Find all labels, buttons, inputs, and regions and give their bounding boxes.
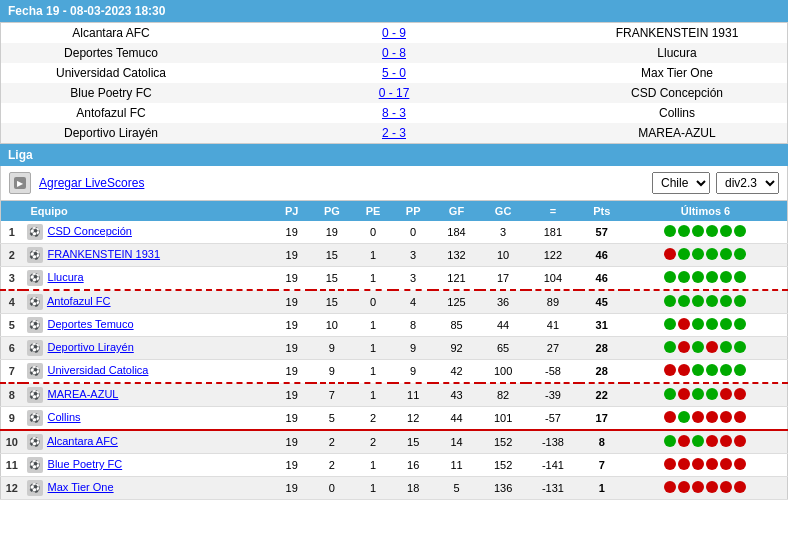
team-cell: ⚽ Max Tier One — [23, 477, 273, 500]
team-link[interactable]: Antofazul FC — [47, 295, 111, 307]
gc-cell: 17 — [480, 267, 527, 291]
standing-num: 10 — [1, 430, 23, 454]
match-home: Universidad Catolica — [1, 63, 221, 83]
match-score[interactable]: 2 - 3 — [221, 123, 567, 143]
pp-cell: 3 — [393, 267, 433, 291]
match-away: Max Tier One — [567, 63, 787, 83]
team-link[interactable]: Blue Poetry FC — [48, 458, 123, 470]
last6-cell — [624, 477, 788, 500]
team-link[interactable]: Max Tier One — [48, 481, 114, 493]
last6-cell — [624, 337, 788, 360]
match-score[interactable]: 8 - 3 — [221, 103, 567, 123]
team-link[interactable]: Collins — [48, 411, 81, 423]
result-dot — [720, 295, 732, 307]
result-dot — [706, 271, 718, 283]
result-dot — [664, 458, 676, 470]
header-title: Fecha 19 - 08-03-2023 18:30 — [8, 4, 165, 18]
team-icon: ⚽ — [27, 224, 43, 240]
pj-cell: 19 — [273, 267, 311, 291]
result-dot — [706, 295, 718, 307]
team-link[interactable]: CSD Concepción — [48, 225, 132, 237]
team-link[interactable]: Universidad Catolica — [48, 364, 149, 376]
team-link[interactable]: Alcantara AFC — [47, 435, 118, 447]
diff-cell: -138 — [526, 430, 579, 454]
team-icon: ⚽ — [27, 247, 43, 263]
liga-bar: Liga — [0, 144, 788, 166]
pp-cell: 11 — [393, 383, 433, 407]
add-livescores-link[interactable]: Agregar LiveScores — [39, 176, 144, 190]
result-dot — [664, 388, 676, 400]
result-dot — [692, 411, 704, 423]
diff-cell: 27 — [526, 337, 579, 360]
team-icon: ⚽ — [27, 340, 43, 356]
match-score[interactable]: 0 - 8 — [221, 43, 567, 63]
diff-cell: 89 — [526, 290, 579, 314]
result-dot — [692, 364, 704, 376]
pj-cell: 19 — [273, 407, 311, 431]
svg-text:▶: ▶ — [17, 179, 24, 188]
pp-cell: 12 — [393, 407, 433, 431]
match-score[interactable]: 5 - 0 — [221, 63, 567, 83]
gc-cell: 44 — [480, 314, 527, 337]
gf-cell: 5 — [433, 477, 480, 500]
result-dot — [678, 225, 690, 237]
team-link[interactable]: Deportivo Lirayén — [48, 341, 134, 353]
result-dot — [734, 295, 746, 307]
pg-cell: 2 — [311, 454, 353, 477]
result-dot — [734, 248, 746, 260]
last6-cell — [624, 314, 788, 337]
pj-cell: 19 — [273, 290, 311, 314]
team-cell: ⚽ Antofazul FC — [23, 290, 273, 314]
team-link[interactable]: Llucura — [48, 271, 84, 283]
match-score[interactable]: 0 - 17 — [221, 83, 567, 103]
controls-right: Chile div2.3 — [652, 172, 779, 194]
result-dot — [678, 388, 690, 400]
date-header: Fecha 19 - 08-03-2023 18:30 — [0, 0, 788, 22]
table-row: 10 ⚽ Alcantara AFC 19 2 2 15 14 152 -138… — [1, 430, 788, 454]
pg-cell: 0 — [311, 477, 353, 500]
team-cell: ⚽ MAREA-AZUL — [23, 383, 273, 407]
result-dot — [734, 411, 746, 423]
result-dot — [720, 411, 732, 423]
result-dot — [734, 435, 746, 447]
last6-cell — [624, 454, 788, 477]
team-link[interactable]: Deportes Temuco — [48, 318, 134, 330]
pg-cell: 5 — [311, 407, 353, 431]
match-home: Antofazul FC — [1, 103, 221, 123]
gf-cell: 42 — [433, 360, 480, 384]
standing-num: 1 — [1, 221, 23, 244]
result-dot — [664, 295, 676, 307]
result-dot — [706, 435, 718, 447]
division-select[interactable]: div2.3 — [716, 172, 779, 194]
country-select[interactable]: Chile — [652, 172, 710, 194]
result-dot — [706, 458, 718, 470]
pe-cell: 1 — [353, 337, 393, 360]
result-dot — [706, 411, 718, 423]
result-dot — [664, 364, 676, 376]
col-pe: PE — [353, 201, 393, 221]
match-score[interactable]: 0 - 9 — [221, 23, 567, 43]
match-row: Universidad Catolica 5 - 0 Max Tier One — [1, 63, 787, 83]
pts-cell: 7 — [579, 454, 623, 477]
livescores-icon[interactable]: ▶ — [9, 172, 31, 194]
pg-cell: 19 — [311, 221, 353, 244]
pts-cell: 57 — [579, 221, 623, 244]
gf-cell: 121 — [433, 267, 480, 291]
standing-num: 5 — [1, 314, 23, 337]
matches-table: Alcantara AFC 0 - 9 FRANKENSTEIN 1931 De… — [1, 23, 787, 143]
result-dot — [678, 318, 690, 330]
pts-cell: 46 — [579, 267, 623, 291]
col-gf: GF — [433, 201, 480, 221]
standing-num: 7 — [1, 360, 23, 384]
result-dot — [664, 248, 676, 260]
pts-cell: 31 — [579, 314, 623, 337]
last6-cell — [624, 383, 788, 407]
team-link[interactable]: FRANKENSTEIN 1931 — [48, 248, 160, 260]
result-dot — [664, 341, 676, 353]
result-dot — [678, 411, 690, 423]
pg-cell: 15 — [311, 290, 353, 314]
result-dot — [734, 318, 746, 330]
team-cell: ⚽ Blue Poetry FC — [23, 454, 273, 477]
team-link[interactable]: MAREA-AZUL — [48, 388, 119, 400]
match-home: Blue Poetry FC — [1, 83, 221, 103]
